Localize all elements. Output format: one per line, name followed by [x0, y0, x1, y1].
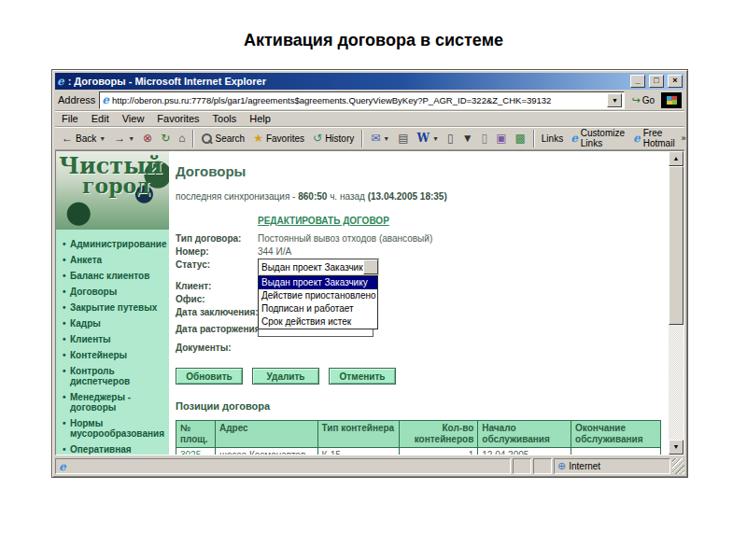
- table-header-row: № площ. Адрес Тип контейнера Кол-во конт…: [176, 421, 661, 448]
- menu-favorites[interactable]: Favorites: [157, 113, 199, 124]
- stop-icon: ⊗: [143, 133, 152, 144]
- address-combobox[interactable]: e http://oberon.psu.ru:7778/pls/gar1/agr…: [99, 91, 625, 109]
- discuss-button[interactable]: ▯: [444, 129, 458, 148]
- back-button[interactable]: ← Back ▼: [58, 129, 109, 148]
- favorites-label: Favorites: [266, 133, 304, 144]
- field-client: Клиент:: [176, 280, 665, 292]
- windows-logo-icon: [661, 92, 682, 108]
- edit-contract-link[interactable]: РЕДАКТИРОВАТЬ ДОГОВОР: [258, 216, 389, 226]
- scroll-down-icon[interactable]: ▼: [669, 440, 684, 455]
- edit-dropdown-icon[interactable]: ▼: [432, 135, 439, 142]
- free-hotmail-label: Free Hotmail: [643, 128, 675, 148]
- field-date-signed: Дата заключения:: [176, 306, 665, 319]
- sidebar-item-contracts[interactable]: Договоры: [63, 287, 166, 297]
- status-panel: [513, 458, 531, 474]
- back-dropdown-icon[interactable]: ▼: [99, 135, 106, 142]
- customize-links-label: Customize Links: [581, 128, 625, 148]
- cancel-button[interactable]: Отменить: [329, 368, 396, 385]
- maximize-button[interactable]: □: [649, 75, 664, 88]
- sidebar-item-clients[interactable]: Клиенты: [63, 334, 166, 344]
- address-url[interactable]: http://oberon.psu.ru:7778/pls/gar1/agree…: [112, 95, 604, 105]
- home-button[interactable]: ⌂: [175, 129, 189, 148]
- media-button[interactable]: ▩: [511, 129, 529, 148]
- sidebar-item-waybill-closing[interactable]: Закрытие путевых: [63, 302, 166, 313]
- status-select[interactable]: Выдан проект Заказчику: [258, 259, 379, 275]
- link-free-hotmail[interactable]: e Free Hotmail: [629, 128, 679, 148]
- menu-edit[interactable]: Edit: [92, 113, 109, 124]
- status-option-expired[interactable]: Срок действия истек: [259, 315, 377, 329]
- container-count-cell: 1: [400, 448, 478, 455]
- field-date-terminated: Дата расторжения:: [176, 320, 665, 338]
- go-button[interactable]: ↪ Go: [628, 94, 657, 106]
- edit-word-button[interactable]: W ▼: [414, 129, 443, 148]
- forward-dropdown-icon[interactable]: ▼: [128, 135, 134, 142]
- scrollbar-thumb[interactable]: [669, 166, 684, 325]
- document-button[interactable]: ▯: [478, 129, 492, 148]
- delete-button[interactable]: Удалить: [252, 368, 319, 385]
- sidebar-item-operational-info[interactable]: Оперативная информация: [63, 444, 166, 455]
- col-service-start: Начало обслуживания: [478, 421, 571, 448]
- field-status: Статус: Выдан проект Заказчику Выдан про…: [176, 259, 665, 276]
- address-label: Address: [58, 94, 95, 105]
- menu-file[interactable]: File: [62, 113, 78, 124]
- print-button[interactable]: ▤: [394, 129, 412, 148]
- sidebar-item-waste-norms[interactable]: Нормы мусорообразования: [63, 418, 166, 439]
- address-dropdown-icon[interactable]: ▼: [607, 93, 622, 107]
- favorites-button[interactable]: ★ Favorites: [249, 129, 308, 148]
- service-start-cell: 12.04.2005: [478, 448, 571, 455]
- sidebar-item-administration[interactable]: Администрирование: [63, 239, 166, 249]
- clean-city-logo: Чистый город: [56, 151, 169, 230]
- field-office: Офис:: [176, 293, 665, 305]
- grid-icon: ▩: [514, 133, 525, 144]
- filter-button[interactable]: ▼: [458, 129, 477, 148]
- mail-button[interactable]: ✉ ▼: [367, 129, 393, 148]
- resize-grip[interactable]: [672, 458, 684, 474]
- back-label: Back: [76, 133, 96, 144]
- status-dropdown-list: Выдан проект Заказчику Действие приостан…: [258, 275, 378, 329]
- word-icon: W: [417, 133, 430, 144]
- toolbar-overflow-chevron[interactable]: »: [680, 133, 688, 143]
- menu-tools[interactable]: Tools: [213, 113, 237, 124]
- forward-button[interactable]: → ▼: [110, 129, 138, 148]
- forward-icon: →: [114, 133, 125, 144]
- sync-mid: ч. назад: [327, 191, 367, 202]
- history-label: History: [325, 133, 354, 144]
- scrollbar-track[interactable]: [669, 325, 684, 440]
- sidebar-item-managers-contracts[interactable]: Менеджеры - договоры: [63, 392, 166, 413]
- status-option-active[interactable]: Подписан и работает: [259, 302, 377, 315]
- toolbar-separator: [192, 130, 194, 147]
- history-button[interactable]: ↺ History: [309, 129, 358, 148]
- sidebar-item-questionnaire[interactable]: Анкета: [63, 255, 166, 265]
- contract-number-label: Номер:: [176, 245, 258, 258]
- search-button[interactable]: Search: [198, 129, 248, 148]
- status-option-suspended[interactable]: Действие приостановлено: [259, 289, 377, 302]
- window-title: : Договоры - Microsoft Internet Explorer: [68, 76, 627, 87]
- refresh-icon: ↻: [161, 133, 170, 144]
- messenger-button[interactable]: ▣: [492, 129, 510, 148]
- update-button[interactable]: Обновить: [176, 368, 243, 385]
- page-icon: ▯: [447, 133, 454, 144]
- mail-dropdown-icon[interactable]: ▼: [383, 135, 389, 142]
- close-button[interactable]: ×: [668, 75, 683, 88]
- site-number-link[interactable]: 3025: [180, 450, 201, 455]
- menu-help[interactable]: Help: [249, 113, 271, 124]
- people-icon: ▣: [496, 133, 506, 144]
- select-arrow-icon[interactable]: [363, 259, 378, 274]
- page-title: Договоры: [176, 163, 665, 179]
- scroll-up-icon[interactable]: ▲: [669, 151, 684, 166]
- vertical-scrollbar[interactable]: ▲ ▼: [669, 151, 684, 455]
- window-titlebar: e : Договоры - Microsoft Internet Explor…: [55, 73, 684, 90]
- sidebar-menu: Администрирование Анкета Баланс клиентов…: [56, 230, 169, 455]
- sidebar-item-hr[interactable]: Кадры: [63, 318, 166, 329]
- stop-button[interactable]: ⊗: [139, 129, 156, 148]
- sync-status: последняя синхронизация - 860:50 ч. наза…: [176, 191, 665, 202]
- sidebar-item-dispatcher-control[interactable]: Контроль диспетчеров: [63, 366, 166, 386]
- sidebar-item-client-balance[interactable]: Баланс клиентов: [63, 271, 166, 281]
- address-bar: Address e http://oberon.psu.ru:7778/pls/…: [55, 90, 684, 111]
- status-option-issued[interactable]: Выдан проект Заказчику: [259, 276, 377, 289]
- sidebar-item-containers[interactable]: Контейнеры: [63, 350, 166, 360]
- minimize-button[interactable]: _: [630, 75, 645, 88]
- link-customize-links[interactable]: e Customize Links: [567, 128, 628, 148]
- refresh-button[interactable]: ↻: [157, 129, 174, 148]
- menu-view[interactable]: View: [122, 113, 145, 124]
